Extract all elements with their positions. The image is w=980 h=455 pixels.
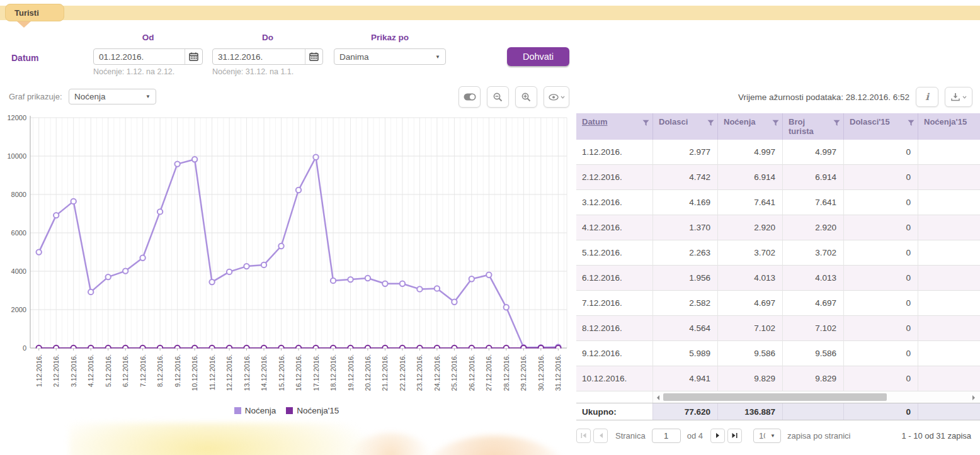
calendar-icon[interactable]	[305, 49, 322, 64]
legend-item-nocenja[interactable]: Noćenja	[234, 406, 276, 415]
table-row[interactable]: 5.12.2016.2.2633.7023.7020	[576, 240, 980, 266]
next-page-button[interactable]	[710, 429, 725, 443]
svg-text:23.12.2016.: 23.12.2016.	[416, 354, 423, 391]
download-button[interactable]	[945, 87, 972, 107]
funnel-icon[interactable]	[707, 120, 714, 126]
scrollbar-thumb[interactable]	[663, 393, 887, 401]
series-toggle-button[interactable]	[459, 86, 481, 108]
zoom-out-button[interactable]	[487, 86, 509, 108]
funnel-icon[interactable]	[772, 120, 779, 126]
svg-text:24.12.2016.: 24.12.2016.	[433, 354, 441, 391]
fetch-button[interactable]: Dohvati	[507, 47, 569, 66]
chart-metric-value: Noćenja	[69, 92, 140, 101]
column-header[interactable]: Dolasci	[653, 113, 718, 140]
svg-text:2000: 2000	[11, 306, 26, 313]
table-cell: 4.941	[653, 366, 718, 391]
page-size-select[interactable]: 10 ▼	[753, 429, 781, 443]
table-cell: 3.702	[783, 240, 844, 266]
chart-metric-select[interactable]: Noćenja ▼	[69, 89, 156, 104]
top-bar	[0, 6, 980, 20]
svg-text:21.12.2016.: 21.12.2016.	[381, 354, 389, 391]
table-cell: 6.914	[783, 165, 844, 190]
display-by-label: Prikaz po	[334, 33, 446, 42]
svg-text:27.12.2016.: 27.12.2016.	[485, 354, 493, 391]
decor-blob	[69, 423, 378, 455]
table-row[interactable]: 2.12.2016.4.7426.9146.9140	[576, 165, 980, 190]
table-row[interactable]: 3.12.2016.4.1697.6417.6410	[576, 190, 980, 215]
info-button[interactable]: i	[916, 87, 938, 107]
funnel-icon[interactable]	[642, 120, 649, 126]
column-header-label[interactable]: Datum	[582, 117, 607, 126]
table-body: 1.12.2016.2.9774.9974.99702.12.2016.4.74…	[576, 140, 980, 391]
column-header[interactable]: Broj turista	[783, 113, 844, 140]
table-cell: 4.997	[783, 140, 844, 165]
table-row[interactable]: 9.12.2016.5.9899.5869.5860	[576, 341, 980, 366]
table-cell: 5.989	[653, 341, 718, 366]
column-header-label: Broj turista	[789, 117, 814, 136]
column-header[interactable]: Noćenja'15	[918, 113, 980, 140]
table-cell: 9.12.2016.	[576, 341, 653, 366]
chart-canvas[interactable]: 0200040006000800010000120001.12.2016.2.1…	[3, 115, 573, 408]
table-row[interactable]: 1.12.2016.2.9774.9974.9970	[576, 140, 980, 165]
table-cell: 2.920	[783, 215, 844, 240]
pagination-bar: Stranica od 4 10 ▼ zapisa po stranici 1 …	[576, 427, 975, 444]
funnel-icon[interactable]	[833, 120, 840, 126]
table-cell: 7.641	[783, 190, 844, 215]
scroll-right-icon[interactable]	[972, 393, 976, 404]
page-number-input[interactable]	[652, 429, 681, 443]
records-range-label: 1 - 10 od 31 zapisa	[901, 431, 971, 441]
display-by-select[interactable]: Danima ▼	[334, 48, 446, 65]
chevron-down-icon: ▼	[140, 89, 156, 104]
scroll-left-icon[interactable]	[656, 393, 660, 404]
chart-shows-label: Graf prikazuje:	[9, 92, 62, 101]
table-row[interactable]: 6.12.2016.1.9564.0134.0130	[576, 266, 980, 291]
column-header[interactable]: Noćenja	[718, 113, 783, 140]
table-cell	[918, 240, 980, 266]
legend-swatch	[286, 407, 293, 414]
legend-item-nocenja15[interactable]: Noćenja'15	[286, 406, 339, 415]
chevron-down-icon	[561, 96, 565, 99]
table-cell: 1.12.2016.	[576, 140, 653, 165]
legend-label: Noćenja	[245, 406, 276, 415]
table-cell: 0	[844, 291, 918, 316]
visibility-button[interactable]	[544, 86, 569, 108]
table-cell: 4.013	[783, 266, 844, 291]
data-updated-text: Vrijeme ažurnosti podataka: 28.12.2016. …	[738, 93, 909, 102]
column-header-label: Noćenja	[724, 117, 756, 126]
table-hscroll-row	[576, 391, 980, 403]
svg-text:14.12.2016.: 14.12.2016.	[260, 354, 268, 391]
table-row[interactable]: 8.12.2016.4.5647.1027.1020	[576, 316, 980, 341]
table-cell	[918, 140, 980, 165]
svg-text:28.12.2016.: 28.12.2016.	[503, 354, 510, 391]
column-header-label: Dolasci	[659, 117, 688, 126]
tab-turisti[interactable]: Turisti	[5, 4, 64, 21]
page-word-label: Stranica	[615, 431, 646, 441]
column-header[interactable]: Datum	[576, 113, 653, 140]
funnel-icon[interactable]	[908, 120, 914, 126]
date-from-input[interactable]	[94, 49, 185, 64]
table-cell: 2.920	[718, 215, 783, 240]
table-cell: 4.697	[718, 291, 783, 316]
table-cell: 4.697	[783, 291, 844, 316]
svg-text:2.12.2016.: 2.12.2016.	[52, 354, 60, 387]
first-page-button[interactable]	[576, 429, 591, 443]
svg-text:12.12.2016.: 12.12.2016.	[225, 354, 233, 391]
table-cell: 0	[844, 190, 918, 215]
table-cell: 4.013	[718, 266, 783, 291]
zoom-in-button[interactable]	[515, 86, 537, 108]
download-icon	[950, 93, 960, 101]
svg-text:6000: 6000	[11, 229, 26, 237]
table-row[interactable]: 4.12.2016.1.3702.9202.9200	[576, 215, 980, 240]
horizontal-scrollbar[interactable]	[653, 391, 980, 403]
to-label: Do	[212, 33, 323, 42]
table-row[interactable]: 10.12.2016.4.9419.8299.8290	[576, 366, 980, 391]
date-to-input[interactable]	[213, 49, 305, 64]
prev-page-button[interactable]	[593, 429, 608, 443]
table-cell: 7.12.2016.	[576, 291, 653, 316]
table-cell: 1.370	[653, 215, 718, 240]
column-header[interactable]: Dolasci'15	[844, 113, 918, 140]
calendar-icon[interactable]	[185, 49, 202, 64]
table-row[interactable]: 7.12.2016.2.5824.6974.6970	[576, 291, 980, 316]
svg-text:22.12.2016.: 22.12.2016.	[399, 354, 406, 391]
last-page-button[interactable]	[727, 429, 742, 443]
